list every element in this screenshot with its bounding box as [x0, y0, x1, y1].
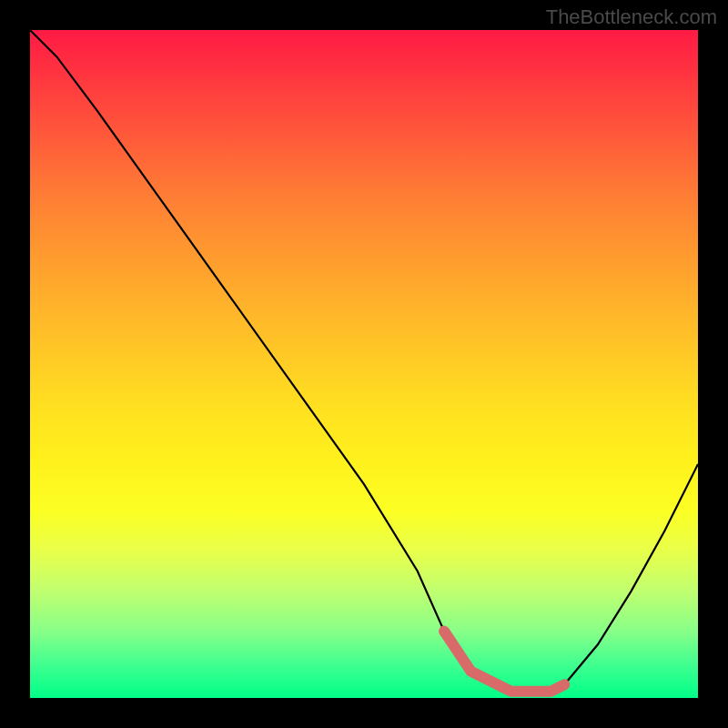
bottleneck-curve-line [30, 30, 698, 692]
highlight-segment-line [444, 632, 564, 692]
watermark-text: TheBottleneck.com [546, 5, 717, 29]
bottleneck-chart [30, 30, 698, 698]
